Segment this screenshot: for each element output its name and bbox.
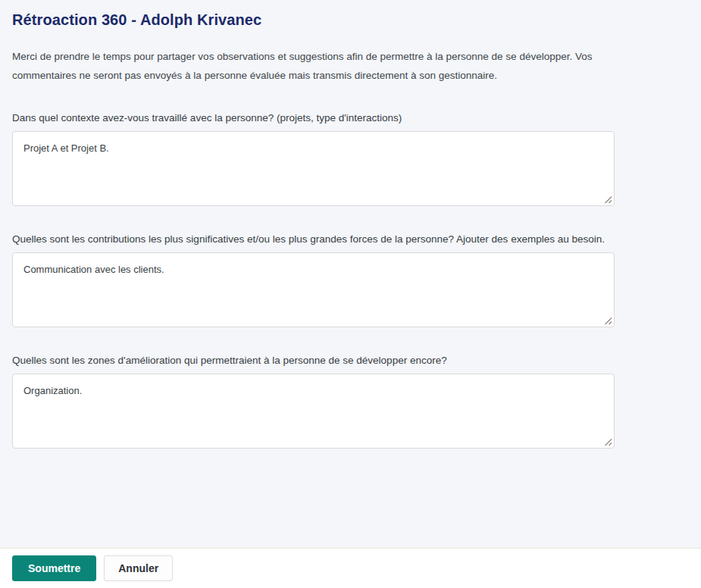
improvements-question-label: Quelles sont les zones d'amélioration qu… [12, 353, 689, 368]
context-textarea-wrap: Projet A et Projet B. [12, 131, 615, 206]
context-question-label: Dans quel contexte avez-vous travaillé a… [12, 111, 689, 126]
field-contributions: Quelles sont les contributions les plus … [12, 232, 689, 327]
action-bar: Soumettre Annuler [0, 548, 701, 588]
cancel-button[interactable]: Annuler [104, 555, 173, 581]
feedback-360-page: Rétroaction 360 - Adolph Krivanec Merci … [0, 0, 701, 588]
page-title: Rétroaction 360 - Adolph Krivanec [12, 9, 689, 30]
form-area: Rétroaction 360 - Adolph Krivanec Merci … [0, 0, 701, 548]
field-improvements: Quelles sont les zones d'amélioration qu… [12, 353, 689, 449]
context-textarea[interactable]: Projet A et Projet B. [12, 131, 615, 206]
contributions-textarea-wrap: Communication avec les clients. [12, 252, 615, 327]
submit-button[interactable]: Soumettre [12, 555, 96, 581]
intro-text: Merci de prendre le temps pour partager … [12, 47, 609, 85]
contributions-question-label: Quelles sont les contributions les plus … [12, 232, 689, 247]
improvements-textarea-wrap: Organization. [12, 374, 615, 449]
field-context: Dans quel contexte avez-vous travaillé a… [12, 111, 689, 206]
improvements-textarea[interactable]: Organization. [12, 374, 615, 449]
contributions-textarea[interactable]: Communication avec les clients. [12, 252, 615, 327]
